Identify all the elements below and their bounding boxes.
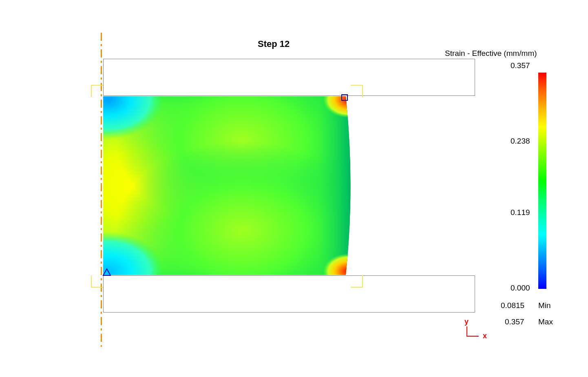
lower-die [103,275,475,313]
color-bar [538,73,546,289]
bracket-top-left [91,85,103,97]
max-marker-icon [341,94,348,101]
step-title: Step 12 [258,39,290,49]
legend-tick-top: 0.357 [511,61,530,70]
legend-tick-q1: 0.000 [511,284,530,293]
bracket-bottom-right [351,275,363,288]
legend-title: Strain - Effective (mm/mm) [445,49,537,58]
min-marker-icon [102,268,111,276]
upper-die [103,59,475,96]
legend-min-label: Min [538,301,551,310]
legend-max-value: 0.357 [505,317,524,326]
coordinate-system-icon: y x [464,317,489,340]
legend-max-label: Max [538,317,553,326]
svg-rect-8 [103,96,353,275]
legend-tick-q2: 0.119 [511,208,530,217]
x-axis-label: x [483,332,487,340]
workpiece-contour [103,96,353,275]
y-axis-label: y [464,317,469,326]
legend-tick-q3: 0.238 [511,137,530,146]
bracket-top-right [351,85,363,97]
legend-min-value: 0.0815 [501,301,524,310]
svg-marker-9 [103,269,111,275]
symmetry-axis [101,33,102,347]
bracket-bottom-left [91,275,103,288]
